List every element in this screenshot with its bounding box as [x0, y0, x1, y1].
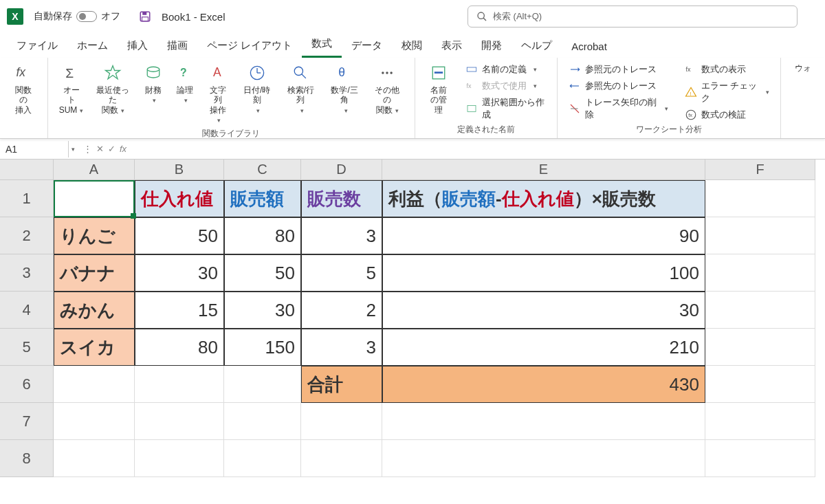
cancel-icon[interactable]: ✕ [96, 144, 104, 154]
cell-d6[interactable]: 合計 [301, 366, 382, 403]
cell-c2[interactable]: 80 [224, 217, 301, 254]
tab-review[interactable]: 校閲 [392, 34, 432, 58]
other-button[interactable]: その他の 関数▾ [367, 62, 408, 127]
cell-c8[interactable] [224, 440, 301, 477]
cell-f5[interactable] [705, 329, 815, 366]
col-header-f[interactable]: F [705, 160, 815, 180]
cell-f2[interactable] [705, 217, 815, 254]
cell-b5[interactable]: 80 [135, 329, 224, 366]
cell-e8[interactable] [382, 440, 705, 477]
cell-d1[interactable]: 販売数 [301, 180, 382, 217]
tab-page-layout[interactable]: ページ レイアウト [197, 34, 302, 58]
cell-d4[interactable]: 2 [301, 292, 382, 329]
cell-d2[interactable]: 3 [301, 217, 382, 254]
cell-e7[interactable] [382, 403, 705, 440]
formula-input[interactable] [132, 146, 825, 152]
cell-a8[interactable] [54, 440, 135, 477]
row-header-4[interactable]: 4 [0, 292, 54, 329]
select-all-corner[interactable] [0, 160, 54, 180]
cell-b1[interactable]: 仕入れ値 [135, 180, 224, 217]
math-button[interactable]: θ数学/三角▾ [323, 62, 366, 127]
cell-c3[interactable]: 50 [224, 254, 301, 292]
row-header-5[interactable]: 5 [0, 329, 54, 366]
cell-b6[interactable] [135, 366, 224, 403]
cell-f4[interactable] [705, 292, 815, 329]
cell-b3[interactable]: 30 [135, 254, 224, 292]
col-header-c[interactable]: C [224, 160, 301, 180]
row-header-7[interactable]: 7 [0, 403, 54, 440]
remove-arrows-button[interactable]: トレース矢印の削除▾ [564, 95, 672, 122]
cell-a1[interactable] [54, 180, 135, 217]
toggle-icon[interactable] [76, 11, 97, 22]
cell-a2[interactable]: りんご [54, 217, 135, 254]
cell-f6[interactable] [705, 366, 815, 403]
cell-f1[interactable] [705, 180, 815, 217]
cell-e4[interactable]: 30 [382, 292, 705, 329]
cell-e6[interactable]: 430 [382, 366, 705, 403]
lookup-button[interactable]: 検索/行列▾ [280, 62, 322, 127]
col-header-b[interactable]: B [135, 160, 224, 180]
create-from-sel-button[interactable]: 選択範囲から作成 [461, 95, 550, 122]
evaluate-formula-button[interactable]: fx数式の検証 [681, 107, 773, 122]
fx-icon[interactable]: fx [120, 144, 126, 154]
tab-view[interactable]: 表示 [432, 34, 472, 58]
row-header-6[interactable]: 6 [0, 366, 54, 403]
dots-icon[interactable]: ⋮ [83, 144, 92, 154]
cell-e5[interactable]: 210 [382, 329, 705, 366]
cell-c6[interactable] [224, 366, 301, 403]
financial-button[interactable]: 財務▾ [138, 62, 168, 127]
tab-file[interactable]: ファイル [7, 34, 67, 58]
recent-button[interactable]: 最近使った 関数▾ [89, 62, 137, 127]
row-header-8[interactable]: 8 [0, 440, 54, 477]
row-header-2[interactable]: 2 [0, 217, 54, 254]
tab-formulas[interactable]: 数式 [302, 32, 342, 58]
trace-dependents-button[interactable]: 参照先のトレース [564, 78, 672, 94]
use-in-formula-button[interactable]: fx数式で使用▾ [461, 78, 550, 94]
cell-d3[interactable]: 5 [301, 254, 382, 292]
cell-d8[interactable] [301, 440, 382, 477]
chevron-down-icon[interactable]: ▾ [72, 146, 75, 153]
col-header-d[interactable]: D [301, 160, 382, 180]
autosave-toggle[interactable]: 自動保存 オフ [34, 10, 120, 23]
cell-b8[interactable] [135, 440, 224, 477]
confirm-icon[interactable]: ✓ [108, 144, 116, 154]
text-button[interactable]: A文字列 操作▾ [201, 62, 234, 127]
row-header-1[interactable]: 1 [0, 180, 54, 217]
col-header-e[interactable]: E [382, 160, 705, 180]
trace-precedents-button[interactable]: 参照元のトレース [564, 62, 672, 77]
cell-f3[interactable] [705, 254, 815, 292]
tab-draw[interactable]: 描画 [157, 34, 197, 58]
cell-c4[interactable]: 30 [224, 292, 301, 329]
cell-a3[interactable]: バナナ [54, 254, 135, 292]
cell-c1[interactable]: 販売額 [224, 180, 301, 217]
tab-data[interactable]: データ [342, 34, 392, 58]
cell-a7[interactable] [54, 403, 135, 440]
cell-a5[interactable]: スイカ [54, 329, 135, 366]
name-box[interactable]: A1 [0, 141, 69, 157]
cell-f7[interactable] [705, 403, 815, 440]
cell-b4[interactable]: 15 [135, 292, 224, 329]
cell-e2[interactable]: 90 [382, 217, 705, 254]
cell-c5[interactable]: 150 [224, 329, 301, 366]
cell-d7[interactable] [301, 403, 382, 440]
cell-e1[interactable]: 利益（販売額-仕入れ値）×販売数 [382, 180, 705, 217]
cell-a6[interactable] [54, 366, 135, 403]
tab-help[interactable]: ヘルプ [512, 34, 562, 58]
tab-developer[interactable]: 開発 [472, 34, 512, 58]
cell-f8[interactable] [705, 440, 815, 477]
date-button[interactable]: 日付/時刻▾ [236, 62, 278, 127]
tab-insert[interactable]: 挿入 [118, 34, 157, 58]
cell-d5[interactable]: 3 [301, 329, 382, 366]
save-icon[interactable] [139, 10, 151, 23]
watch-button[interactable]: ウォ [788, 62, 818, 74]
search-input[interactable]: 検索 (Alt+Q) [468, 6, 798, 28]
cell-b2[interactable]: 50 [135, 217, 224, 254]
logical-button[interactable]: ?論理▾ [170, 62, 200, 127]
define-name-button[interactable]: 名前の定義▾ [461, 62, 550, 77]
error-check-button[interactable]: !エラー チェック▾ [681, 78, 773, 106]
cell-c7[interactable] [224, 403, 301, 440]
show-formulas-button[interactable]: fx数式の表示 [681, 62, 773, 77]
tab-acrobat[interactable]: Acrobat [562, 35, 617, 58]
row-header-3[interactable]: 3 [0, 254, 54, 292]
name-manager-button[interactable]: 名前 の管理 [422, 62, 456, 122]
